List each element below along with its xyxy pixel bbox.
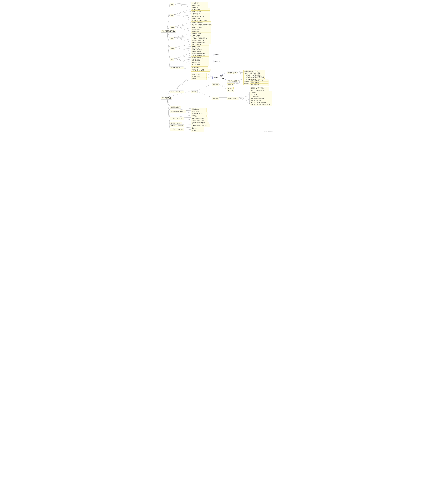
node: 有代表供应商利益得首席供应商组成 bbox=[243, 76, 265, 79]
svg-line-60 bbox=[237, 72, 243, 75]
node: How much bbox=[213, 53, 221, 56]
svg-line-55 bbox=[207, 77, 212, 78]
node: 实现**财务性收益和**非财务性收益 bbox=[250, 103, 272, 106]
svg-line-0 bbox=[167, 4, 170, 31]
svg-line-10 bbox=[174, 15, 191, 18]
node: How bbox=[170, 58, 174, 61]
node: 项目条件与风险（Where） bbox=[170, 110, 186, 113]
svg-line-75 bbox=[232, 87, 250, 87]
node: 项目团队 bbox=[212, 76, 219, 79]
svg-line-54 bbox=[207, 76, 212, 77]
svg-line-82 bbox=[239, 96, 250, 98]
node: 5W2H项目定义 bbox=[161, 97, 172, 99]
dashed-label-1: 磋商权 bbox=[219, 75, 224, 77]
svg-line-81 bbox=[239, 94, 250, 98]
svg-line-2 bbox=[174, 4, 191, 5]
svg-line-35 bbox=[174, 55, 191, 58]
svg-line-94 bbox=[167, 97, 170, 117]
node: 项目的交付目标 bbox=[227, 97, 239, 100]
svg-line-9 bbox=[174, 15, 191, 16]
node: 对用户的承诺是什么 bbox=[250, 83, 269, 86]
svg-line-6 bbox=[174, 9, 191, 15]
node: 交付方法（How to do） bbox=[170, 128, 184, 131]
svg-line-7 bbox=[174, 11, 191, 15]
node: 项目团队成员名单 bbox=[170, 106, 181, 109]
svg-line-49 bbox=[174, 73, 191, 91]
svg-line-34 bbox=[174, 53, 191, 58]
svg-line-15 bbox=[174, 25, 191, 27]
svg-line-101 bbox=[167, 97, 170, 125]
node: Who bbox=[170, 14, 174, 17]
svg-line-25 bbox=[174, 37, 191, 42]
node: 总预算限额/关键工作包预算 bbox=[191, 124, 210, 127]
svg-line-23 bbox=[174, 37, 191, 38]
node: 干系人和组织（Who） bbox=[170, 90, 184, 93]
svg-line-31 bbox=[174, 47, 191, 51]
svg-line-61 bbox=[237, 72, 243, 77]
svg-line-5 bbox=[167, 15, 170, 31]
svg-line-8 bbox=[174, 14, 191, 15]
svg-line-17 bbox=[174, 27, 191, 29]
node: 时间周期（When） bbox=[170, 122, 182, 125]
node: 长期目标 bbox=[212, 83, 219, 86]
svg-line-99 bbox=[167, 97, 170, 122]
svg-line-36 bbox=[174, 57, 191, 58]
svg-line-39 bbox=[174, 58, 191, 64]
svg-line-74 bbox=[218, 84, 227, 87]
svg-line-85 bbox=[239, 98, 250, 102]
node: 项目背景信息（Why） bbox=[170, 66, 184, 69]
svg-line-3 bbox=[174, 4, 191, 7]
svg-line-27 bbox=[167, 31, 170, 47]
node: 短期目标 bbox=[212, 97, 219, 100]
svg-line-53 bbox=[207, 73, 212, 77]
svg-line-29 bbox=[174, 46, 191, 47]
node: How to do bbox=[213, 60, 221, 63]
svg-line-59 bbox=[237, 72, 243, 73]
node: Why bbox=[170, 3, 174, 6]
svg-line-1 bbox=[174, 3, 191, 4]
svg-line-16 bbox=[174, 27, 191, 27]
node: 哪些工作自制？ bbox=[191, 63, 209, 66]
svg-line-37 bbox=[174, 58, 191, 60]
svg-line-86 bbox=[239, 98, 250, 104]
node: 项目管理委员会 bbox=[227, 72, 237, 74]
node: 项目经理执行团队 bbox=[227, 80, 238, 82]
svg-line-21 bbox=[174, 33, 191, 37]
svg-line-83 bbox=[239, 98, 250, 98]
node: 交付物与质量（What） bbox=[170, 117, 184, 120]
node: 项目使命 bbox=[227, 83, 234, 86]
node: 项目经理 bbox=[191, 77, 207, 80]
svg-line-50 bbox=[174, 76, 191, 91]
node: 价值主张 bbox=[227, 89, 234, 92]
mindmap-canvas: © 2022 Yikang Bing 5W2H项目定义的方法Why为什么要做？环… bbox=[160, 1, 274, 133]
node: 5W2H项目定义的方法 bbox=[161, 30, 176, 33]
svg-line-22 bbox=[174, 36, 191, 37]
svg-line-18 bbox=[174, 27, 191, 31]
node: Where bbox=[170, 26, 175, 29]
node: 主要质量方法/测试方法 bbox=[191, 119, 208, 122]
svg-line-24 bbox=[174, 37, 191, 40]
svg-line-41 bbox=[210, 54, 213, 54]
svg-line-30 bbox=[174, 47, 191, 49]
svg-line-76 bbox=[218, 84, 227, 89]
node: 项目目标 bbox=[191, 90, 197, 93]
svg-line-44 bbox=[167, 31, 170, 67]
svg-line-78 bbox=[196, 91, 212, 98]
watermark: © 2022 Yikang Bing bbox=[264, 131, 273, 132]
node: 项目背景/用户痛点需求 bbox=[191, 69, 211, 72]
svg-line-84 bbox=[239, 98, 250, 100]
svg-line-80 bbox=[239, 92, 250, 98]
svg-line-51 bbox=[174, 78, 191, 91]
svg-line-68 bbox=[196, 84, 212, 91]
svg-line-28 bbox=[174, 44, 191, 47]
svg-line-48 bbox=[167, 91, 170, 97]
svg-line-58 bbox=[237, 71, 243, 72]
svg-line-103 bbox=[167, 97, 170, 128]
svg-line-11 bbox=[174, 15, 191, 20]
svg-line-33 bbox=[167, 31, 170, 58]
svg-line-14 bbox=[174, 22, 191, 27]
node: What bbox=[170, 37, 175, 40]
svg-line-38 bbox=[174, 58, 191, 62]
dashed-label-2: 授权 bbox=[221, 77, 225, 80]
node: 项目前期/执行期风险 bbox=[191, 112, 208, 115]
